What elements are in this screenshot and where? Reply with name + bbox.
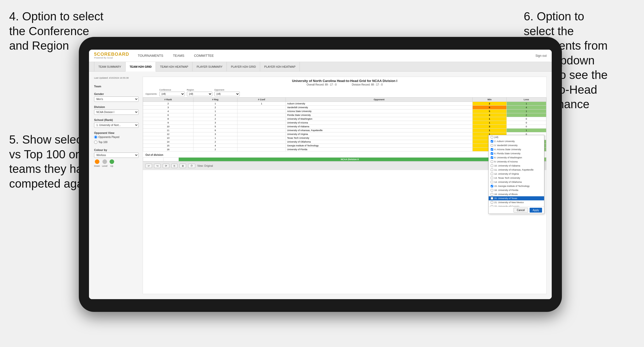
cell-reg: 1 (193, 109, 237, 113)
opponent-dropdown[interactable]: (All) 2. Auburn University 3. Vanderbilt… (488, 135, 544, 214)
cell-conf (237, 121, 286, 125)
gender-label: Gender (94, 92, 139, 95)
undo-button[interactable]: ↩ (145, 164, 152, 168)
sign-out-button[interactable]: Sign out (535, 54, 547, 58)
dropdown-item[interactable]: 18. University of Illinois (489, 192, 544, 196)
division-select[interactable]: NCAA Division I (94, 109, 139, 115)
dropdown-item[interactable]: 9. University of Arizona (489, 160, 544, 164)
subnav-player-summary[interactable]: PLAYER SUMMARY (192, 62, 227, 72)
table-row: 10 5 University of Alabama 3 0 (143, 125, 546, 129)
cell-reg: 1 (193, 102, 237, 106)
dropdown-item[interactable]: 8. University of Washington (489, 156, 544, 160)
redo-button[interactable]: ↪ (154, 164, 161, 168)
legend-down: Down (94, 159, 100, 167)
cell-conf (237, 129, 286, 132)
dropdown-item[interactable]: (All) (489, 135, 544, 139)
clock-button[interactable]: ⏱ (188, 164, 195, 168)
dropdown-item[interactable]: 13. Texas Tech University (489, 176, 544, 180)
cell-loss: 1 (506, 129, 546, 132)
conference-label: Conference (159, 89, 185, 91)
dropdown-item[interactable]: 22. University of Georgia (489, 204, 544, 206)
dropdown-item[interactable]: 4. Arizona State University (489, 147, 544, 151)
dropdown-item[interactable]: 11. University of Arkansas, Fayetteville (489, 168, 544, 172)
dropdown-item[interactable]: 2. Auburn University (489, 139, 544, 143)
cell-opponent: University of Arizona (286, 121, 473, 125)
dropdown-list: (All) 2. Auburn University 3. Vanderbilt… (489, 135, 544, 206)
region-label: Region (187, 89, 212, 91)
cell-rank: 3 (143, 106, 193, 109)
cell-opponent: University of Arkansas, Fayetteville (286, 129, 473, 132)
col-opponent: Opponent (286, 98, 473, 102)
colour-by-select[interactable]: Win/loss (94, 152, 139, 158)
copy-button[interactable]: ⎘ (171, 164, 177, 168)
subnav-team-h2h-grid[interactable]: TEAM H2H GRID (126, 62, 156, 72)
cell-loss: 1 (506, 109, 546, 113)
col-loss: Loss (506, 98, 546, 102)
legend-up: Up (110, 159, 114, 167)
gender-section: Gender Men's (94, 92, 139, 102)
out-div-table: NCAA Division II 1 0 (143, 157, 546, 161)
cell-rank: 2 (143, 102, 193, 106)
nav-teams[interactable]: TEAMS (172, 54, 185, 58)
cell-rank: 8 (143, 117, 193, 121)
cell-loss: 1 (506, 102, 546, 106)
conference-select[interactable]: (All) (159, 92, 185, 96)
grid-title: University of North Carolina Head-to-Hea… (143, 77, 546, 83)
table-row: 9 3 University of Arizona 1 0 (143, 121, 546, 125)
subnav-player-h2h-heatmap[interactable]: PLAYER H2H HEATMAP (260, 62, 300, 72)
nav-tournaments[interactable]: TOURNAMENTS (137, 54, 164, 58)
cell-conf (237, 109, 286, 113)
table-row: 6 2 Florida State University 4 2 (143, 113, 546, 117)
cell-opponent: Georgia Institute of Technology (286, 144, 473, 148)
division-label: Division (94, 105, 139, 108)
apply-button[interactable]: Apply (530, 208, 542, 213)
cell-opponent: University of Virginia (286, 132, 473, 136)
radio-top100[interactable]: Top 100 (94, 141, 139, 144)
opponent-view-section: Opponent View Opponents Played Top 100 (94, 131, 139, 145)
dropdown-item[interactable]: 21. University of New Mexico (489, 200, 544, 204)
cell-loss: 0 (506, 117, 546, 121)
dropdown-item[interactable]: 20. University of Texas (489, 196, 544, 200)
table-row: 11 6 University of Arkansas, Fayettevill… (143, 129, 546, 132)
cell-win: 1 (472, 117, 506, 121)
filters-row: Opponents: Conference (All) Region (All) (143, 88, 546, 97)
ncaa-div2-cell: NCAA Division II (179, 158, 521, 161)
dropdown-item[interactable]: 10. University of Alabama (489, 164, 544, 168)
cell-reg: 1 (193, 136, 237, 140)
legend-level: Level (102, 159, 108, 167)
dropdown-item[interactable]: 15. Georgia Institute of Technology (489, 184, 544, 188)
out-of-division-label: Out of division (143, 151, 546, 157)
cancel-button[interactable]: Cancel (514, 208, 528, 213)
cell-rank: 6 (143, 113, 193, 117)
cell-conf (237, 125, 286, 129)
gender-select[interactable]: Men's (94, 96, 139, 102)
legend-dot-up (110, 159, 114, 164)
dropdown-item[interactable]: 14. University of Oklahoma (489, 180, 544, 184)
school-rank-section: School (Rank) 1. University of Nort... (94, 118, 139, 128)
dropdown-item[interactable]: 16. University of Florida (489, 188, 544, 192)
opponent-select[interactable]: (All) (214, 92, 240, 96)
subnav-player-h2h-grid[interactable]: PLAYER H2H GRID (227, 62, 260, 72)
school-rank-select[interactable]: 1. University of Nort... (94, 122, 139, 128)
region-select[interactable]: (All) (187, 92, 212, 96)
school-rank-label: School (Rank) (94, 118, 139, 121)
region-filter: Region (All) (187, 89, 212, 96)
subnav-team-summary[interactable]: TEAM SUMMARY (94, 62, 126, 72)
out-div-rank (143, 158, 163, 161)
refresh-button[interactable]: ⟳ (163, 164, 169, 168)
dropdown-item[interactable]: 6. Florida State University (489, 151, 544, 156)
main-content: Last Updated: 4/15/2024 16:55:38 Team Ge… (89, 72, 552, 299)
nav-committee[interactable]: COMMITTEE (193, 54, 215, 58)
dropdown-item[interactable]: 12. University of Virginia (489, 172, 544, 176)
cell-win: 3 (472, 125, 506, 129)
cell-opponent: Texas Tech University (286, 136, 473, 140)
subnav-team-h2h-heatmap[interactable]: TEAM H2H HEATMAP (156, 62, 192, 72)
cell-loss: 2 (506, 113, 546, 117)
cell-reg: 2 (193, 113, 237, 117)
cell-conf (237, 113, 286, 117)
zoom-button[interactable]: ⊕ (179, 164, 186, 168)
view-label: View: Original (197, 164, 213, 167)
top-nav: 5COREBOARD Powered By Scoal TOURNAMENTS … (89, 50, 552, 62)
radio-opponents-played[interactable]: Opponents Played (94, 135, 139, 139)
dropdown-item[interactable]: 3. Vanderbilt University (489, 143, 544, 147)
